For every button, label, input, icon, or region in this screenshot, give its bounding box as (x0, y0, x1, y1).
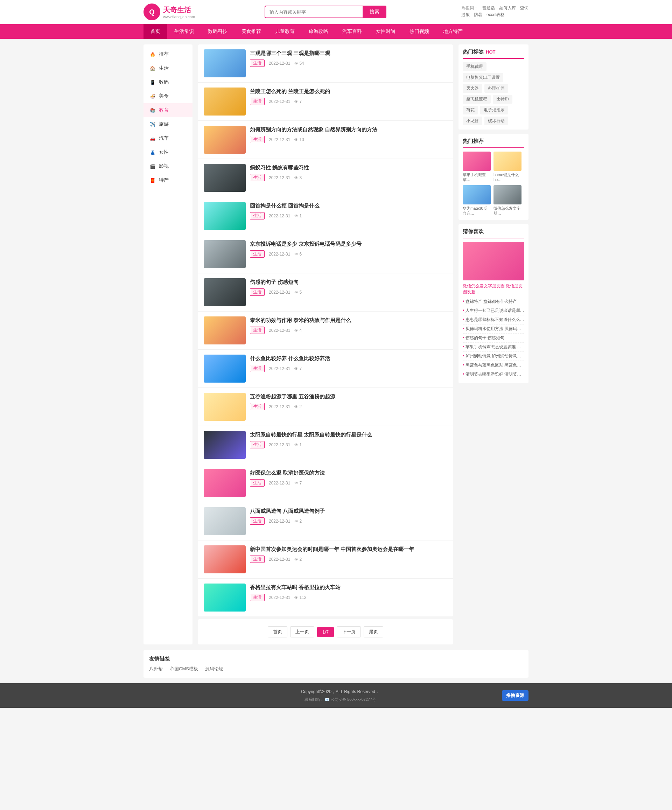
hot-tag-1[interactable]: 电脑恢复出厂设置 (463, 73, 503, 82)
nav-item-3[interactable]: 美食推荐 (235, 24, 268, 39)
hot-word-4[interactable]: 过敏 (461, 12, 470, 18)
search-input[interactable] (265, 6, 363, 18)
article-title-3[interactable]: 蚂蚁习性 蚂蚁有哪些习性 (250, 164, 447, 171)
guess-list-item-8[interactable]: 清明节去哪里游览好 清明节旅游好去处 (463, 370, 524, 379)
article-date-4: 2022-12-31 (269, 214, 290, 218)
nav-item-1[interactable]: 生活常识 (167, 24, 201, 39)
hot-tag-0[interactable]: 手机截屏 (463, 62, 486, 71)
nav-item-6[interactable]: 汽车百科 (335, 24, 369, 39)
article-thumb-11 (204, 469, 246, 497)
hot-rec-thumb-3 (493, 185, 522, 204)
hot-word-1[interactable]: 普通话 (482, 5, 495, 11)
sidebar-icon-6: 🚗 (149, 135, 156, 142)
footer-link-2[interactable]: 源码论坛 (205, 666, 223, 672)
sidebar-label-8: 影视 (159, 163, 169, 169)
footer-link-1[interactable]: 帝国CMS模板 (170, 666, 198, 672)
article-title-14[interactable]: 香格里拉有火车站吗 香格里拉的火车站 (250, 584, 447, 591)
hot-tag-3[interactable]: 办理护照 (485, 84, 508, 93)
content-area: 三观是哪三个三观 三观是指哪三观 生活 2022-12-31 54 兰陵王怎么死… (198, 44, 453, 645)
article-info-5: 京东投诉电话是多少 京东投诉电话号码是多少号 生活 2022-12-31 6 (250, 240, 447, 268)
article-title-6[interactable]: 伤感的句子 伤感短句 (250, 278, 447, 286)
sidebar-label-1: 生活 (159, 65, 169, 71)
nav-item-4[interactable]: 儿童教育 (268, 24, 302, 39)
sidebar-item-影视[interactable]: 🎬 影视 (144, 159, 192, 173)
sidebar-item-推荐[interactable]: 🔥 推荐 (144, 47, 192, 61)
article-meta-6: 生活 2022-12-31 5 (250, 289, 447, 296)
hot-tag-4[interactable]: 坐飞机流程 (463, 95, 491, 104)
page-prev[interactable]: 上一页 (290, 626, 314, 638)
article-item-4: 回首掏是什么梗 回首掏是什么 生活 2022-12-31 1 (198, 197, 453, 235)
thumb-placeholder-14 (204, 584, 246, 611)
guess-list-item-6[interactable]: 泸州润动诗意 泸州润动诗意哪里近一点 (463, 352, 524, 361)
page-current[interactable]: 1/7 (317, 627, 334, 637)
article-views-10: 1 (294, 442, 302, 447)
sidebar-item-生活[interactable]: 🏠 生活 (144, 61, 192, 75)
sidebar-label-2: 数码 (159, 79, 169, 85)
sidebar-item-女性[interactable]: 👗 女性 (144, 145, 192, 159)
article-title-7[interactable]: 泰米的功效与作用 泰米的功效与作用是什么 (250, 316, 447, 324)
sidebar-item-汽车[interactable]: 🚗 汽车 (144, 131, 192, 145)
hot-rec-item-3[interactable]: 微信怎么发文字朋… (493, 185, 522, 216)
article-title-8[interactable]: 什么鱼比较好养 什么鱼比较好养活 (250, 354, 447, 362)
article-title-4[interactable]: 回首掏是什么梗 回首掏是什么 (250, 202, 447, 209)
hot-tag-5[interactable]: 比特币 (493, 95, 512, 104)
guess-list-item-0[interactable]: 盘锦特产 盘锦都有什么特产 (463, 297, 524, 306)
eye-icon-10 (294, 442, 298, 447)
hot-word-5[interactable]: 防暑 (474, 12, 482, 18)
hot-word-6[interactable]: excel表格 (486, 12, 505, 18)
hot-rec-item-2[interactable]: 华为mate30反向充… (463, 185, 491, 216)
guess-list-item-3[interactable]: 贝德玛粉水使用方法 贝德玛粉水该怎… (463, 324, 524, 334)
nav-item-0[interactable]: 首页 (144, 24, 167, 39)
guess-list-item-7[interactable]: 黑蓝色与蓝黑色区别 黑蓝色与蓝黑色… (463, 361, 524, 370)
article-title-13[interactable]: 新中国首次参加奥运会的时间是哪一年 中国首次参加奥运会是在哪一年 (250, 545, 447, 553)
search-button[interactable]: 搜索 (363, 6, 387, 18)
nav-item-9[interactable]: 地方特产 (436, 24, 470, 39)
article-item-0: 三观是哪三个三观 三观是指哪三观 生活 2022-12-31 54 (198, 44, 453, 83)
guess-list-item-5[interactable]: 苹果手机铃声怎么设置窦淮 苹果手机… (463, 343, 524, 352)
hot-tag-9[interactable]: 破冰行动 (485, 116, 508, 125)
guess-list-item-2[interactable]: 惠惠是哪些标标不知道什么么 惠惠是哪… (463, 316, 524, 324)
sidebar-item-数码[interactable]: 📱 数码 (144, 75, 192, 89)
hot-word-2[interactable]: 如何入库 (499, 5, 516, 11)
guess-list-item-1[interactable]: 人生得一知己已足说出话是哪道理哪里摘得这般的… (463, 306, 524, 316)
article-meta-13: 生活 2022-12-31 2 (250, 555, 447, 563)
article-meta-11: 生活 2022-12-31 7 (250, 479, 447, 486)
hot-tags-title: 热门标签 HOT (463, 49, 524, 59)
page-last[interactable]: 尾页 (364, 626, 383, 638)
page-first[interactable]: 首页 (268, 626, 287, 638)
sidebar-item-特产[interactable]: 🧧 特产 (144, 173, 192, 187)
hot-tag-8[interactable]: 小龙虾 (463, 116, 482, 125)
article-date-5: 2022-12-31 (269, 252, 290, 256)
hot-tag-2[interactable]: 灭火器 (463, 84, 482, 93)
hot-rec-item-1[interactable]: home键是什么 ho… (493, 152, 522, 182)
sidebar-label-0: 推荐 (159, 51, 169, 57)
hot-rec-item-0[interactable]: 苹果手机截查 苹… (463, 152, 491, 182)
logo-text-group: 天奇生活 www.tianqijen.com (163, 5, 195, 19)
guess-list-item-4[interactable]: 伤感的句子 伤感短句 (463, 334, 524, 343)
nav-item-2[interactable]: 数码科技 (201, 24, 235, 39)
article-title-10[interactable]: 太阳系自转最快的行星 太阳系自转最快的行星是什么 (250, 431, 447, 438)
article-title-5[interactable]: 京东投诉电话是多少 京东投诉电话号码是多少号 (250, 240, 447, 248)
article-title-9[interactable]: 五谷渔粉起源于哪里 五谷渔粉的起源 (250, 393, 447, 400)
article-title-1[interactable]: 兰陵王怎么死的 兰陵王是怎么死的 (250, 88, 447, 95)
article-title-11[interactable]: 好医保怎么退 取消好医保的方法 (250, 469, 447, 476)
contact-icon: 📧 (325, 697, 330, 702)
nav-item-8[interactable]: 热门视频 (402, 24, 436, 39)
article-info-7: 泰米的功效与作用 泰米的功效与作用是什么 生活 2022-12-31 4 (250, 316, 447, 344)
article-meta-5: 生活 2022-12-31 6 (250, 250, 447, 258)
hot-tag-7[interactable]: 电子烟泡罩 (480, 106, 508, 115)
article-title-12[interactable]: 八面威风造句 八面威风造句例子 (250, 507, 447, 515)
article-title-0[interactable]: 三观是哪三个三观 三观是指哪三观 (250, 49, 447, 57)
sidebar-item-教育[interactable]: 📚 教育 (144, 103, 192, 117)
sidebar-item-美食[interactable]: 🍜 美食 (144, 89, 192, 103)
nav-item-5[interactable]: 旅游攻略 (302, 24, 335, 39)
article-title-2[interactable]: 如何辨别方向的方法或自然现象 自然界辨别方向的方法 (250, 126, 447, 133)
article-meta-4: 生活 2022-12-31 1 (250, 212, 447, 219)
hot-word-3[interactable]: 查词 (520, 5, 528, 11)
sidebar-item-旅游[interactable]: ✈️ 旅游 (144, 117, 192, 131)
article-meta-8: 生活 2022-12-31 7 (250, 365, 447, 372)
footer-link-0[interactable]: 八卦帮 (149, 666, 163, 672)
page-next[interactable]: 下一页 (337, 626, 361, 638)
hot-tag-6[interactable]: 荷花 (463, 106, 478, 115)
nav-item-7[interactable]: 女性时尚 (369, 24, 402, 39)
